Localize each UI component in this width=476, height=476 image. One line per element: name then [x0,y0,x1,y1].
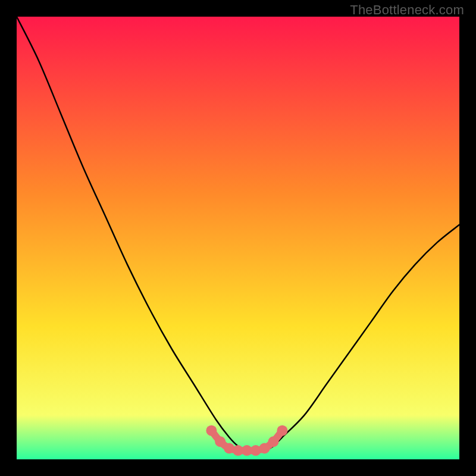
marker-dot [277,425,287,436]
watermark-text: TheBottleneck.com [350,2,464,18]
marker-dot [215,436,226,447]
chart-svg [17,17,459,459]
chart-frame: TheBottleneck.com [0,0,476,476]
marker-dot [206,425,217,436]
marker-dot [259,443,270,453]
plot-area [17,17,459,459]
marker-dot [268,436,279,447]
gradient-background [17,17,459,459]
